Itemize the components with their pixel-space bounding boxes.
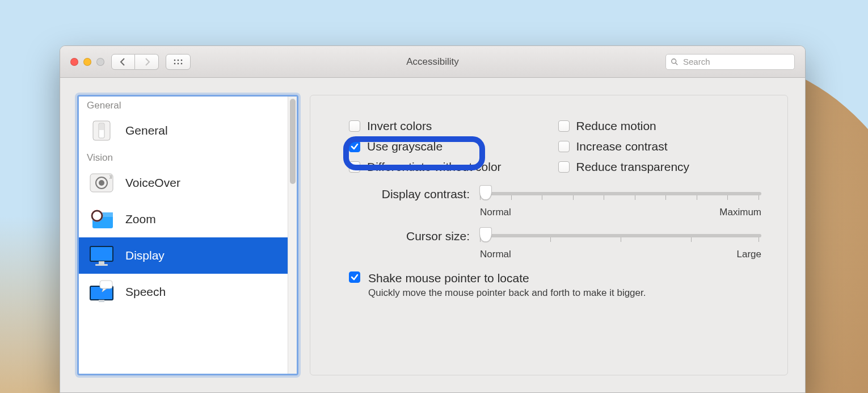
cursor-size-slider-row: Cursor size: Normal Large: [336, 229, 761, 260]
slider-min-label: Normal: [480, 207, 511, 218]
svg-rect-14: [99, 261, 104, 264]
slider-max-label: Large: [737, 249, 761, 260]
option-label: Reduce motion: [576, 119, 656, 133]
checkbox[interactable]: [558, 141, 570, 152]
svg-rect-13: [90, 246, 113, 261]
svg-line-1: [676, 62, 678, 65]
window-controls: [70, 58, 104, 66]
sidebar-item-label: Display: [125, 249, 165, 262]
slider-max-label: Maximum: [719, 207, 761, 218]
checkbox[interactable]: [349, 161, 360, 173]
display-icon: [87, 243, 116, 269]
forward-button[interactable]: [135, 54, 159, 70]
sidebar-list[interactable]: General General Vision )) VoiceOver: [79, 97, 288, 374]
back-button[interactable]: [111, 54, 135, 70]
option-label: Reduce transparency: [576, 160, 690, 174]
option-label: Use grayscale: [367, 140, 443, 153]
checkbox[interactable]: [349, 120, 360, 132]
sidebar-item-label: Zoom: [125, 212, 156, 226]
checkbox[interactable]: [349, 271, 360, 283]
slider-ticks: [480, 237, 761, 243]
svg-rect-15: [95, 264, 108, 266]
voiceover-icon: )): [87, 170, 116, 196]
svg-rect-4: [99, 124, 104, 130]
speech-icon: [87, 279, 116, 305]
checkmark-icon: [351, 143, 359, 150]
display-options-panel: Invert colors Use grayscale Differentiat…: [310, 95, 788, 375]
search-input[interactable]: [682, 56, 792, 67]
scrollbar-thumb[interactable]: [290, 99, 296, 184]
option-label: Increase contrast: [576, 140, 668, 153]
grid-icon: [173, 58, 183, 65]
chevron-right-icon: [144, 58, 150, 66]
display-contrast-slider-row: Display contrast: Normal Maximum: [336, 187, 761, 218]
option-label: Shake mouse pointer to locate: [368, 271, 646, 285]
sidebar-item-label: VoiceOver: [125, 176, 180, 190]
svg-rect-18: [100, 281, 112, 289]
option-description: Quickly move the mouse pointer back and …: [368, 287, 646, 299]
zoom-icon: [87, 206, 116, 232]
sidebar-item-label: Speech: [125, 285, 166, 299]
checkmark-icon: [351, 273, 359, 281]
sidebar-item-zoom[interactable]: Zoom: [79, 201, 288, 237]
close-window-button[interactable]: [70, 58, 78, 66]
chevron-left-icon: [120, 58, 127, 66]
sidebar-item-general[interactable]: General: [79, 112, 288, 149]
slider-label: Display contrast:: [336, 187, 470, 201]
option-increase-contrast[interactable]: Increase contrast: [558, 140, 762, 153]
checkbox[interactable]: [558, 120, 570, 132]
show-all-button[interactable]: [166, 54, 191, 70]
minimize-window-button[interactable]: [83, 58, 91, 66]
sidebar-group-label: General: [79, 97, 288, 112]
search-icon: [671, 58, 679, 66]
titlebar: Accessibility: [60, 46, 805, 78]
slider-label: Cursor size:: [336, 229, 470, 243]
option-reduce-motion[interactable]: Reduce motion: [558, 119, 762, 133]
svg-rect-17: [99, 300, 104, 302]
switch-icon: [87, 118, 116, 144]
zoom-window-button[interactable]: [96, 58, 104, 66]
sidebar-scrollbar[interactable]: [288, 97, 297, 374]
option-reduce-transparency[interactable]: Reduce transparency: [558, 160, 762, 174]
svg-point-0: [672, 58, 676, 63]
option-label: Invert colors: [367, 119, 432, 133]
sidebar: General General Vision )) VoiceOver: [77, 95, 298, 375]
search-field[interactable]: [665, 54, 795, 70]
slider-ticks: [480, 195, 761, 201]
svg-point-7: [99, 180, 104, 186]
option-label: Differentiate without color: [367, 160, 502, 174]
checkbox[interactable]: [349, 141, 360, 152]
sidebar-item-label: General: [125, 124, 168, 137]
nav-back-forward: [111, 54, 159, 70]
checkbox[interactable]: [558, 161, 570, 173]
option-invert-colors[interactable]: Invert colors: [349, 119, 553, 133]
sidebar-item-speech[interactable]: Speech: [79, 274, 288, 310]
option-shake-mouse-pointer[interactable]: Shake mouse pointer to locate Quickly mo…: [336, 271, 761, 299]
option-differentiate-without-color[interactable]: Differentiate without color: [349, 160, 553, 174]
svg-text:)): )): [109, 174, 112, 179]
sidebar-item-voiceover[interactable]: )) VoiceOver: [79, 165, 288, 201]
sidebar-item-display[interactable]: Display: [79, 237, 288, 274]
sidebar-group-label: Vision: [79, 149, 288, 165]
slider-min-label: Normal: [480, 249, 511, 260]
preferences-window: Accessibility General General Vision: [60, 45, 806, 393]
option-use-grayscale[interactable]: Use grayscale: [349, 140, 553, 153]
